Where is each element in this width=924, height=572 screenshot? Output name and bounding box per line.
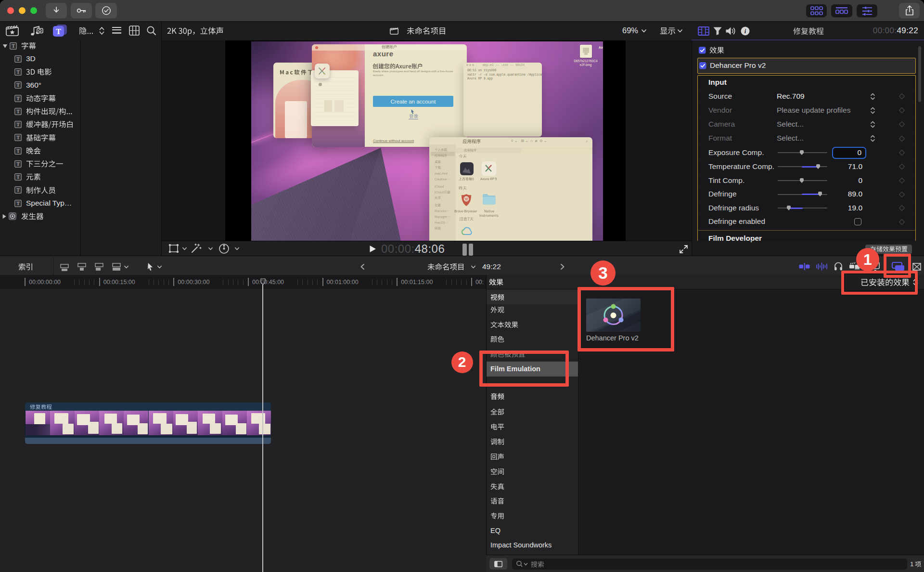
svg-text:T: T — [16, 121, 20, 127]
svg-text:T: T — [12, 43, 15, 49]
svg-text:T: T — [56, 27, 61, 36]
svg-text:T: T — [16, 135, 20, 141]
svg-text:T: T — [16, 108, 20, 114]
svg-text:T: T — [16, 82, 20, 88]
svg-text:T: T — [16, 174, 20, 180]
svg-text:i: i — [744, 27, 746, 35]
svg-text:T: T — [16, 200, 20, 206]
svg-text:T: T — [16, 69, 20, 75]
svg-text:T: T — [16, 56, 20, 62]
svg-text:T: T — [16, 148, 20, 154]
svg-text:T: T — [16, 161, 20, 167]
svg-text:T: T — [16, 187, 20, 193]
svg-text:T: T — [16, 95, 20, 101]
